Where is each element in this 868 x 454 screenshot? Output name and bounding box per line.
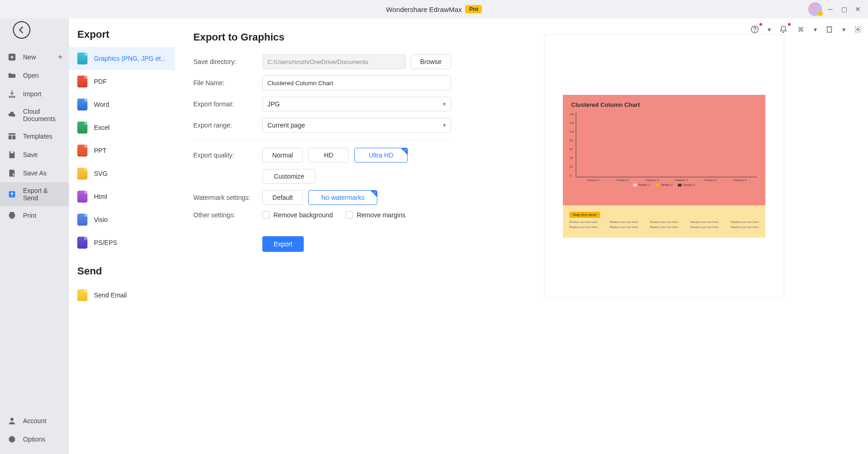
nav-new[interactable]: New + xyxy=(0,48,69,66)
chart-preview: Clustered Column Chart 14012010080604020… xyxy=(563,95,765,238)
avatar[interactable] xyxy=(808,2,822,16)
close-icon[interactable]: ✕ xyxy=(852,4,863,15)
nav-import[interactable]: Import xyxy=(0,85,69,103)
checkbox-label: Remove margins xyxy=(357,211,405,219)
y-tick: 80 xyxy=(570,139,574,142)
print-icon xyxy=(7,211,17,220)
export-word[interactable]: Word xyxy=(69,93,175,116)
export-icon xyxy=(7,190,17,199)
nav-label: Save As xyxy=(23,169,46,177)
category-label: Category 2 xyxy=(608,179,637,181)
quality-normal[interactable]: Normal xyxy=(262,148,303,163)
nav-options[interactable]: Options xyxy=(0,430,69,448)
format-value: JPG xyxy=(267,100,280,108)
chevron-down-icon[interactable]: ▾ xyxy=(813,24,817,35)
save-icon xyxy=(7,150,17,159)
nav-save[interactable]: Save xyxy=(0,146,69,164)
export-button[interactable]: Export xyxy=(262,236,304,252)
format-select[interactable]: JPG ▼ xyxy=(262,97,451,111)
filename-input[interactable] xyxy=(262,76,451,90)
export-ppt[interactable]: PPT xyxy=(69,139,175,162)
legend-item: Series 3 xyxy=(678,183,695,186)
legend-item: Series 2 xyxy=(656,183,673,186)
svg-file-icon xyxy=(77,168,87,180)
send-email[interactable]: Send Email xyxy=(69,284,175,307)
export-visio[interactable]: Visio xyxy=(69,208,175,231)
help-icon[interactable] xyxy=(749,24,760,35)
label-quality: Export quality: xyxy=(193,151,262,159)
chevron-down-icon: ▼ xyxy=(442,101,447,107)
save-directory-input xyxy=(262,54,406,69)
minimize-icon[interactable]: ─ xyxy=(825,4,836,15)
visio-file-icon xyxy=(77,214,87,226)
export-item-label: SVG xyxy=(94,170,108,177)
label-watermark: Watermark settings: xyxy=(193,194,262,201)
nav-cloud[interactable]: Cloud Documents xyxy=(0,103,69,127)
watermark-none[interactable]: No watermarks xyxy=(308,190,377,205)
export-graphics[interactable]: Graphics (PNG, JPG et... xyxy=(69,47,175,70)
nav-label: Open xyxy=(23,72,39,79)
export-item-label: PS/EPS xyxy=(94,239,117,246)
svg-point-1 xyxy=(755,31,755,31)
chart-plot: 140120100806040200 xyxy=(576,113,757,177)
nav-label: Export & Send xyxy=(23,187,62,202)
image-file-icon xyxy=(77,52,87,64)
app-title: Wondershare EdrawMax xyxy=(386,6,462,13)
checkbox-icon xyxy=(346,211,353,219)
chevron-down-icon[interactable]: ▾ xyxy=(767,24,771,35)
category-label: Category 1 xyxy=(579,179,608,181)
nav-print[interactable]: Print xyxy=(0,206,69,225)
shortcut-icon[interactable]: ⌘ xyxy=(795,24,806,35)
nav-export-send[interactable]: Export & Send xyxy=(0,182,69,206)
category-label: Category 6 xyxy=(725,179,754,181)
placeholder-text: Replace your text here! xyxy=(730,221,759,223)
quality-customize[interactable]: Customize xyxy=(262,169,316,184)
folder-icon xyxy=(7,71,17,80)
templates-icon xyxy=(7,132,17,141)
ps-file-icon xyxy=(77,237,87,249)
checkbox-icon xyxy=(262,211,270,219)
back-button[interactable] xyxy=(13,21,30,39)
remove-margins-checkbox[interactable]: Remove margins xyxy=(346,211,405,219)
nav-label: Print xyxy=(23,212,36,219)
plus-icon[interactable]: + xyxy=(58,52,63,62)
chevron-down-icon: ▼ xyxy=(442,122,447,128)
range-select[interactable]: Current page ▼ xyxy=(262,118,451,133)
user-icon xyxy=(7,416,17,425)
watermark-default[interactable]: Default xyxy=(262,190,303,205)
y-tick: 0 xyxy=(570,174,574,177)
browse-button[interactable]: Browse xyxy=(411,54,451,69)
nav-account[interactable]: Account xyxy=(0,412,69,430)
quality-hd[interactable]: HD xyxy=(308,148,349,163)
gear-icon[interactable] xyxy=(852,24,863,35)
nav-saveas[interactable]: Save As xyxy=(0,164,69,182)
placeholder-text: Replace your text here! xyxy=(569,226,598,228)
export-item-label: PPT xyxy=(94,147,106,154)
maximize-icon[interactable]: ▢ xyxy=(839,4,850,15)
page-title: Export to Graphics xyxy=(193,31,451,43)
export-pdf[interactable]: PDF xyxy=(69,70,175,93)
nav-templates[interactable]: Templates xyxy=(0,127,69,146)
label-other: Other settings: xyxy=(193,211,262,219)
quality-ultra-hd[interactable]: Ultra HD xyxy=(354,148,408,163)
bell-icon[interactable] xyxy=(778,24,789,35)
nav-open[interactable]: Open xyxy=(0,66,69,85)
nav-label: Cloud Documents xyxy=(23,108,62,122)
y-tick: 120 xyxy=(570,122,574,124)
theme-icon[interactable] xyxy=(824,24,835,35)
export-svg[interactable]: SVG xyxy=(69,162,175,185)
chevron-down-icon[interactable]: ▾ xyxy=(841,24,846,35)
export-excel[interactable]: Excel xyxy=(69,116,175,139)
svg-rect-5 xyxy=(9,135,12,139)
range-value: Current page xyxy=(267,122,305,129)
nav-label: Save xyxy=(23,151,38,158)
export-ps[interactable]: PS/EPS xyxy=(69,231,175,254)
export-item-label: Send Email xyxy=(94,291,127,299)
remove-background-checkbox[interactable]: Remove background xyxy=(262,211,333,219)
export-html[interactable]: Html xyxy=(69,185,175,208)
legend-item: Series 1 xyxy=(633,183,650,186)
category-label: Category 4 xyxy=(666,179,696,181)
nav-label: Import xyxy=(23,90,41,98)
nav-label: Options xyxy=(23,436,45,443)
label-range: Export range: xyxy=(193,122,262,129)
